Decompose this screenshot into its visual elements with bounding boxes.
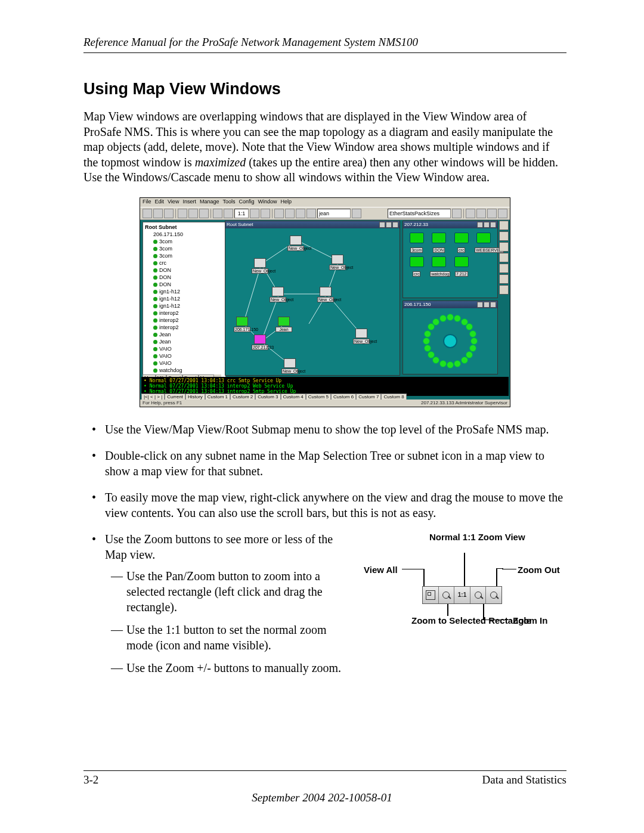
toolbar-button[interactable]	[178, 209, 187, 218]
menu-item[interactable]: View	[168, 199, 179, 207]
toolbar-button[interactable]	[498, 209, 507, 218]
toolbar-button[interactable]	[143, 209, 152, 218]
tree-node[interactable]: ign1-h12	[153, 295, 224, 302]
device-icon[interactable]: 3com	[408, 233, 426, 253]
map-node[interactable]: New_Object	[353, 329, 370, 343]
map-node[interactable]: 206.171.150	[234, 317, 250, 331]
subnet-icon-window[interactable]: 207.212.33 3comDONcrcWEBSERVERcrcwatchdo…	[402, 221, 498, 298]
tool-icon[interactable]	[499, 242, 509, 252]
menu-item[interactable]: Help	[280, 199, 292, 207]
device-icon[interactable]: crc	[408, 256, 426, 277]
max-icon[interactable]	[484, 222, 490, 228]
app-screenshot: File Edit View Insert Manage Tools Confi…	[140, 197, 510, 407]
toolbar-button[interactable]	[188, 209, 198, 218]
toolbar-button[interactable]	[164, 209, 174, 218]
tree-node[interactable]: Jean	[153, 331, 224, 338]
map-node[interactable]: New_Object	[287, 236, 304, 250]
tree-node[interactable]: VAIO	[153, 360, 224, 367]
toolbar-button[interactable]	[296, 209, 305, 218]
map-selection-tree[interactable]: Root Subnet 206.171.150 3com3com3comcrcD…	[143, 222, 226, 378]
tree-node[interactable]: interop2	[153, 317, 224, 324]
tree-node[interactable]: ign1-h12	[153, 302, 224, 309]
zoom-out-icon[interactable]	[261, 209, 270, 218]
tree-node[interactable]: interop2	[153, 309, 224, 317]
tree-node[interactable]: DON	[153, 267, 224, 274]
tool-icon[interactable]	[499, 221, 509, 230]
zoom-1-1-button[interactable]: 1:1	[234, 209, 249, 218]
tree-node[interactable]: ign1-h12	[153, 288, 224, 295]
tree-node[interactable]: VAIO	[153, 345, 224, 352]
tool-icon[interactable]	[499, 253, 509, 262]
toolbar-button[interactable]	[487, 209, 497, 218]
min-icon[interactable]	[379, 222, 385, 228]
map-node[interactable]: New_Object	[317, 287, 334, 301]
zoom-out-button[interactable]	[486, 587, 501, 603]
device-icon[interactable]: 7.212	[453, 256, 470, 277]
tool-icon[interactable]	[499, 264, 509, 273]
map-node[interactable]: New_Object	[281, 358, 298, 373]
tree-node[interactable]: VAIO	[153, 352, 224, 360]
list-item: Double-click on any subnet name in the M…	[83, 448, 566, 479]
list-item: Use the Pan/Zoom button to zoom into a s…	[105, 568, 352, 615]
menubar: File Edit View Insert Manage Tools Confi…	[140, 198, 510, 208]
map-node[interactable]: Jean	[275, 317, 292, 331]
list-item: Use the View/Map View/Root Submap menu t…	[83, 422, 566, 437]
menu-item[interactable]: Edit	[155, 199, 165, 207]
tool-icon[interactable]	[499, 285, 509, 295]
map-view-window[interactable]: Root Subnet New_ObjectNew_ObjectNew_Obje…	[225, 221, 400, 376]
max-icon[interactable]	[484, 302, 490, 308]
toolbar-button[interactable]	[466, 209, 475, 218]
dropdown-icon[interactable]	[352, 209, 361, 218]
tree-node[interactable]: crc	[153, 259, 224, 267]
tool-icon[interactable]	[499, 274, 509, 284]
device-icon[interactable]: DON	[430, 233, 448, 253]
tree-node[interactable]: watchdog	[153, 367, 224, 374]
map-node[interactable]: 207.212.33	[252, 335, 268, 349]
toolbar-button[interactable]	[199, 209, 209, 218]
min-icon[interactable]	[477, 302, 483, 308]
tree-node[interactable]: DON	[153, 281, 224, 288]
instruction-list: Use the View/Map View/Root Submap menu t…	[83, 422, 566, 683]
view-all-icon[interactable]	[213, 209, 222, 218]
view-all-button[interactable]	[423, 587, 439, 603]
device-icon[interactable]: crc	[453, 233, 470, 253]
tool-icon[interactable]	[499, 231, 509, 241]
zoom-1-1-button[interactable]: 1:1	[454, 587, 470, 603]
menu-item[interactable]: Insert	[182, 199, 196, 207]
tree-node[interactable]: Jean	[153, 338, 224, 345]
toolbar-button[interactable]	[285, 209, 295, 218]
menu-item[interactable]: Tools	[222, 199, 235, 207]
zoom-in-icon[interactable]	[250, 209, 259, 218]
toolbar-button[interactable]	[274, 209, 284, 218]
tree-node[interactable]: 3com	[153, 238, 224, 245]
toolbar-button[interactable]	[306, 209, 316, 218]
tree-node[interactable]: interop2	[153, 324, 224, 331]
zoom-rect-button[interactable]	[439, 587, 455, 603]
device-field[interactable]: jean	[317, 209, 351, 218]
menu-item[interactable]: Manage	[200, 199, 219, 207]
map-node[interactable]: New_Object	[270, 287, 286, 301]
map-node[interactable]: New_Object	[329, 255, 346, 269]
menu-item[interactable]: Config	[239, 199, 254, 207]
toolbar-button[interactable]	[476, 209, 486, 218]
close-icon[interactable]	[392, 222, 398, 228]
close-icon[interactable]	[490, 302, 496, 308]
device-icon[interactable]: WEBSERVER	[475, 233, 493, 253]
tree-node[interactable]: 3com	[153, 245, 224, 252]
tree-node[interactable]: 3com	[153, 252, 224, 259]
zoom-in-button[interactable]	[470, 587, 487, 603]
ring-view-window[interactable]: 206.171.150	[402, 301, 498, 374]
document-page: Reference Manual for the ProSafe Network…	[0, 0, 644, 833]
close-icon[interactable]	[490, 222, 496, 228]
device-icon[interactable]: watchdog	[430, 256, 448, 277]
menu-item[interactable]: Window	[258, 199, 277, 207]
map-node[interactable]: New_Object	[252, 258, 268, 272]
toolbar-button[interactable]	[153, 209, 163, 218]
tree-node[interactable]: DON	[153, 274, 224, 281]
min-icon[interactable]	[477, 222, 483, 228]
stats-select[interactable]: EtherStatsPackSizes	[388, 209, 451, 218]
menu-item[interactable]: File	[143, 199, 151, 207]
max-icon[interactable]	[386, 222, 392, 228]
dropdown-icon[interactable]	[452, 209, 462, 218]
zoom-rect-icon[interactable]	[224, 209, 233, 218]
